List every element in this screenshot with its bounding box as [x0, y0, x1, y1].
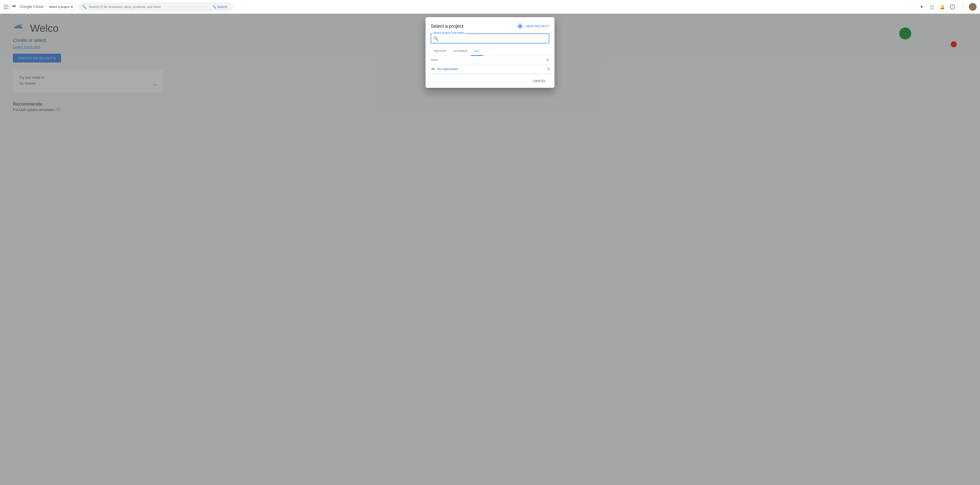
- project-search-input[interactable]: [431, 33, 549, 43]
- chevron-down-icon: ▾: [71, 5, 73, 9]
- search-field-label: Search projects and folders: [433, 31, 466, 34]
- terminal-button[interactable]: ◫: [928, 3, 936, 11]
- logo-text: Google Cloud: [20, 5, 43, 9]
- dialog-header: Select a project NEW PROJECT: [426, 17, 554, 33]
- google-cloud-logo: Google Cloud: [11, 4, 43, 10]
- org-id: 0: [547, 67, 549, 71]
- select-project-dialog: Select a project NEW PROJECT Search proj…: [426, 17, 554, 88]
- cloud-logo-icon: [11, 4, 18, 10]
- project-selector-label: Select a project: [49, 5, 70, 9]
- global-search-bar[interactable]: 🔍 🔍 Search: [78, 3, 233, 11]
- org-icon: [431, 67, 435, 71]
- table-row[interactable]: No organization 0: [426, 64, 554, 74]
- new-project-icon: [516, 22, 524, 30]
- search-button[interactable]: 🔍 Search: [211, 4, 229, 10]
- gemini-icon: ✦: [920, 4, 923, 10]
- dialog-overlay: Select a project NEW PROJECT Search proj…: [0, 14, 980, 485]
- search-icon: 🔍: [82, 5, 87, 9]
- org-name: No organization: [437, 67, 458, 71]
- nav-icons: ✦ ◫ 🔔 ? ⋮: [917, 3, 977, 11]
- project-table-body: No organization 0: [426, 64, 554, 74]
- project-tabs: RECENT STARRED ALL: [426, 47, 554, 56]
- help-button[interactable]: ?: [948, 3, 957, 11]
- user-avatar[interactable]: [969, 3, 977, 11]
- more-icon: ⋮: [961, 4, 965, 10]
- settings-icon: [518, 24, 522, 29]
- col-id-header: ID: [547, 59, 549, 62]
- more-options-button[interactable]: ⋮: [959, 3, 967, 11]
- tab-recent[interactable]: RECENT: [431, 47, 450, 56]
- search-icon-blue: 🔍: [212, 5, 216, 9]
- search-label: Search: [217, 5, 228, 9]
- project-selector-button[interactable]: Select a project ▾: [46, 3, 76, 11]
- help-icon: ?: [950, 4, 955, 10]
- search-field-icon: 🔍: [433, 36, 439, 41]
- notifications-button[interactable]: 🔔: [938, 3, 947, 11]
- search-field-wrapper: Search projects and folders 🔍: [426, 33, 554, 43]
- hamburger-menu[interactable]: [3, 4, 9, 10]
- global-search-input[interactable]: [89, 5, 208, 9]
- new-project-button[interactable]: NEW PROJECT: [516, 22, 549, 30]
- tab-starred[interactable]: STARRED: [450, 47, 471, 56]
- terminal-icon: ◫: [930, 4, 934, 10]
- col-name-header: Name: [431, 59, 438, 62]
- dialog-title: Select a project: [431, 24, 463, 29]
- row-name[interactable]: No organization: [431, 67, 458, 71]
- table-header: Name ID: [426, 56, 554, 64]
- dialog-footer: CANCEL: [426, 74, 554, 88]
- bell-icon: 🔔: [940, 4, 945, 10]
- tab-all[interactable]: ALL: [471, 47, 483, 56]
- cancel-button[interactable]: CANCEL: [529, 78, 549, 84]
- new-project-label: NEW PROJECT: [526, 24, 549, 28]
- top-nav: Google Cloud Select a project ▾ 🔍 🔍 Sear…: [0, 0, 980, 14]
- gemini-button[interactable]: ✦: [917, 3, 926, 11]
- cancel-label: CANCEL: [533, 79, 546, 82]
